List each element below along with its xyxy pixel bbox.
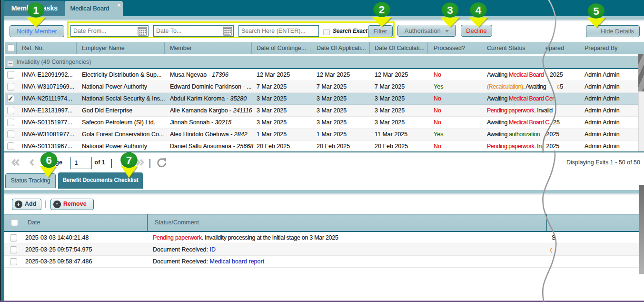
svg-text:7: 7 — [126, 154, 132, 166]
